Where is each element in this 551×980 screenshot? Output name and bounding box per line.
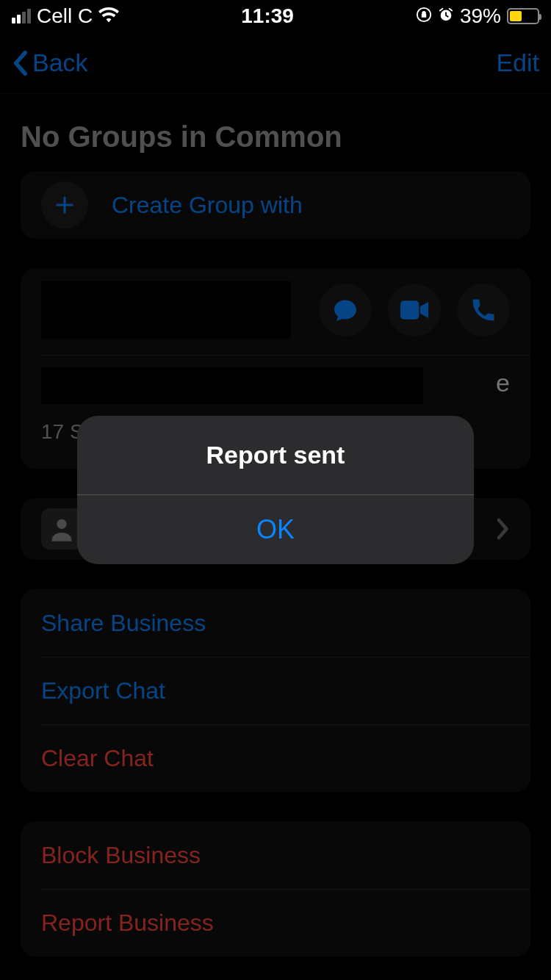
chevron-right-icon [497,518,510,540]
block-business-row[interactable]: Block Business [21,821,530,889]
report-business-label: Report Business [41,909,214,937]
report-business-row[interactable]: Report Business [21,889,530,956]
chat-actions-card: Share Business Export Chat Clear Chat [21,589,530,792]
contact-subtitle-row: e [21,356,530,414]
alarm-icon [438,4,454,28]
share-business-label: Share Business [41,610,206,637]
orientation-lock-icon [416,4,432,28]
danger-actions-card: Block Business Report Business [21,821,530,956]
clear-chat-label: Clear Chat [41,745,154,772]
back-label: Back [32,48,88,77]
message-button[interactable] [319,284,372,336]
chat-bubble-icon [332,297,359,323]
chevron-left-icon [12,50,28,76]
wifi-icon [98,4,119,28]
section-header: No Groups in Common [0,94,551,171]
svg-point-3 [57,519,66,529]
alert-ok-button[interactable]: OK [77,495,474,564]
create-group-label: Create Group with [112,192,303,219]
share-business-row[interactable]: Share Business [21,589,530,657]
block-business-label: Block Business [41,842,201,869]
video-icon [400,300,428,320]
contact-subtitle-redacted [41,367,423,404]
edit-button[interactable]: Edit [496,48,539,77]
svg-rect-2 [400,300,419,319]
status-bar: Cell C 11:39 39% [0,0,551,32]
create-group-row[interactable]: Create Group with [21,171,530,239]
plus-icon [41,181,88,228]
nav-bar: Back Edit [0,32,551,94]
alert-dialog: Report sent OK [77,416,474,564]
phone-icon [471,298,496,323]
person-circle-icon [41,508,82,550]
battery-percent: 39% [460,4,501,28]
nav-title-redacted [151,43,433,84]
status-time: 11:39 [241,4,294,28]
export-chat-row[interactable]: Export Chat [21,657,530,724]
status-right: 39% [416,4,539,28]
signal-icon [12,9,31,24]
status-left: Cell C [12,4,119,28]
voice-call-button[interactable] [457,284,510,336]
carrier-label: Cell C [37,4,93,28]
clear-chat-row[interactable]: Clear Chat [21,724,530,792]
create-group-card: Create Group with [21,171,530,239]
contact-name-redacted [41,281,291,339]
export-chat-label: Export Chat [41,677,165,705]
back-button[interactable]: Back [12,48,88,77]
alert-title: Report sent [77,416,474,494]
video-call-button[interactable] [388,284,441,336]
contact-subtitle-fragment: e [496,369,510,397]
battery-icon [507,8,539,24]
